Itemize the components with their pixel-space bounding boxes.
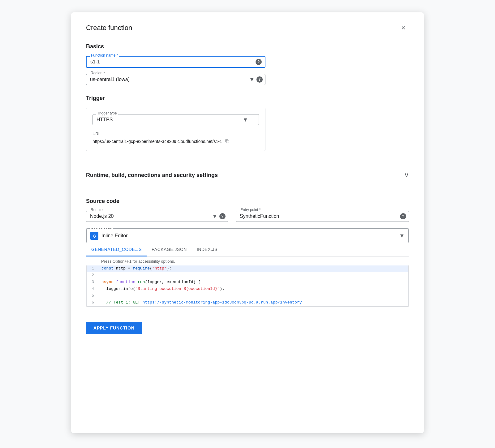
inline-editor-icon: ◇ <box>90 232 98 240</box>
dialog-header: Create function × <box>86 22 409 33</box>
trigger-type-wrapper: Trigger type HTTPS Cloud Pub/Sub Cloud S… <box>93 114 259 125</box>
source-code-dropdown[interactable]: Source code ◇ Inline Editor ▼ <box>86 228 409 243</box>
runtime-settings-header[interactable]: Runtime, build, connections and security… <box>86 169 409 182</box>
runtime-select[interactable]: Node.js 20 Node.js 18 Python 3.11 Go 1.2… <box>90 213 213 219</box>
entry-point-input[interactable] <box>240 213 396 219</box>
region-select[interactable]: us-central1 (Iowa) us-east1 us-west1 eur… <box>90 77 253 82</box>
footer: APPLY FUNCTION <box>86 317 409 334</box>
trigger-type-select[interactable]: HTTPS Cloud Pub/Sub Cloud Storage <box>97 117 246 122</box>
function-name-label: Function name * <box>90 53 119 58</box>
section-divider <box>86 161 409 161</box>
source-code-box: Source code ◇ Inline Editor ▼ GENERATED_… <box>86 228 409 307</box>
tab-index-js[interactable]: INDEX.JS <box>192 243 222 256</box>
url-text: https://us-central1-gcp-experiments-3492… <box>93 139 222 144</box>
url-label: URL <box>93 131 259 136</box>
entry-point-help-icon[interactable]: ? <box>400 213 406 219</box>
code-line-1: 1 const http = require('http'); <box>87 265 408 272</box>
apply-function-button[interactable]: APPLY FUNCTION <box>86 322 142 334</box>
code-line-6: 6 // Test 1: GET https://synthetic-monit… <box>87 299 408 306</box>
basics-section: Basics Function name * ? Region * us-cen… <box>86 43 409 85</box>
tab-generated-code[interactable]: GENERATED_CODE.JS <box>86 243 147 256</box>
runtime-row: Runtime Node.js 20 Node.js 18 Python 3.1… <box>86 211 409 222</box>
trigger-title: Trigger <box>86 95 409 101</box>
runtime-help-icon[interactable]: ? <box>219 213 226 219</box>
source-code-section: Source code Runtime Node.js 20 Node.js 1… <box>86 198 409 307</box>
code-line-4: 4 logger.info(`Starting execution ${exec… <box>87 286 408 293</box>
trigger-type-label: Trigger type <box>96 111 118 115</box>
function-name-field: Function name * ? <box>86 56 409 68</box>
entry-point-label: Entry point * <box>239 208 262 212</box>
runtime-dropdown-wrapper: Runtime Node.js 20 Node.js 18 Python 3.1… <box>86 211 228 222</box>
region-field: Region * us-central1 (Iowa) us-east1 us-… <box>86 74 409 85</box>
source-code-title: Source code <box>86 198 409 205</box>
region-label: Region * <box>89 71 106 75</box>
copy-url-icon[interactable]: ⧉ <box>225 138 229 144</box>
source-dropdown-arrow: ▼ <box>399 233 405 239</box>
code-editor[interactable]: 1 const http = require('http'); 2 3 asyn… <box>86 265 409 307</box>
region-help-icon[interactable]: ? <box>256 76 263 83</box>
runtime-settings-section: Runtime, build, connections and security… <box>86 169 409 188</box>
code-line-2: 2 <box>87 272 408 279</box>
dialog-title: Create function <box>86 24 132 32</box>
source-code-field-label: Source code <box>90 228 113 230</box>
accessibility-hint: Press Option+F1 for accessibility option… <box>86 256 409 265</box>
basics-title: Basics <box>86 43 409 50</box>
runtime-settings-title: Runtime, build, connections and security… <box>86 172 218 179</box>
entry-point-wrapper: Entry point * ? <box>236 211 409 222</box>
create-function-dialog: Create function × Basics Function name *… <box>71 12 424 433</box>
function-name-help-icon[interactable]: ? <box>256 59 262 65</box>
region-dropdown-wrapper: Region * us-central1 (Iowa) us-east1 us-… <box>86 74 265 85</box>
url-section: URL https://us-central1-gcp-experiments-… <box>93 131 259 144</box>
code-line-3: 3 async function run(logger, executionId… <box>87 279 408 286</box>
url-value-row: https://us-central1-gcp-experiments-3492… <box>93 138 259 144</box>
runtime-dropdown-arrow: ▼ <box>212 213 217 220</box>
function-name-input-wrapper: Function name * ? <box>86 56 265 68</box>
code-tabs: GENERATED_CODE.JS PACKAGE.JSON INDEX.JS <box>86 243 409 256</box>
runtime-label: Runtime <box>89 208 106 212</box>
trigger-box: Trigger type HTTPS Cloud Pub/Sub Cloud S… <box>86 108 265 151</box>
close-button[interactable]: × <box>398 22 409 33</box>
source-code-type-text: Inline Editor <box>101 233 396 239</box>
runtime-settings-chevron: ∨ <box>404 171 409 179</box>
code-line-5: 5 <box>87 293 408 299</box>
function-name-input[interactable] <box>90 59 252 65</box>
trigger-section: Trigger Trigger type HTTPS Cloud Pub/Sub… <box>86 95 409 151</box>
tab-package-json[interactable]: PACKAGE.JSON <box>147 243 192 256</box>
